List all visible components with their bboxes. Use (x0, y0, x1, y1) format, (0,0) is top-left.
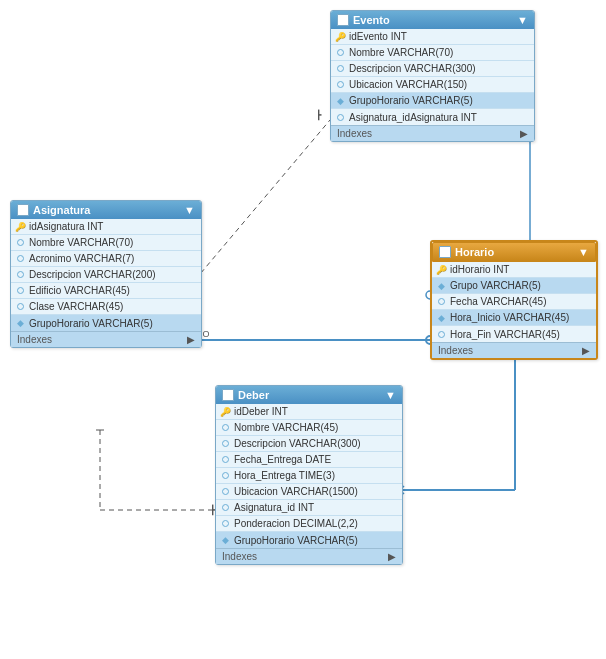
asignatura-footer[interactable]: Indexes ▶ (11, 331, 201, 347)
horario-table: Horario ▼ 🔑 idHorario INT ◆ Grupo VARCHA… (430, 240, 598, 360)
deber-chevron[interactable]: ▼ (385, 389, 396, 401)
field-text: idEvento INT (349, 31, 407, 42)
circle-icon (220, 519, 230, 529)
asignatura-table-icon (17, 204, 29, 216)
diagram-canvas: HO ┣ ┣ Evento ▼ 🔑 (0, 0, 606, 659)
footer-arrow: ▶ (520, 128, 528, 139)
field-text: Ubicacion VARCHAR(150) (349, 79, 467, 90)
evento-footer[interactable]: Indexes ▶ (331, 125, 534, 141)
circle-icon (15, 238, 25, 248)
deber-table-icon (222, 389, 234, 401)
table-row: Descripcion VARCHAR(200) (11, 267, 201, 283)
footer-arrow: ▶ (582, 345, 590, 356)
circle-icon (335, 80, 345, 90)
evento-title: Evento (353, 14, 390, 26)
horario-indexes-label: Indexes (438, 345, 473, 356)
circle-icon (220, 439, 230, 449)
asignatura-body: 🔑 idAsignatura INT Nombre VARCHAR(70) Ac… (11, 219, 201, 331)
table-row: Clase VARCHAR(45) (11, 299, 201, 315)
key-icon: 🔑 (15, 222, 25, 232)
field-text: Fecha_Entrega DATE (234, 454, 331, 465)
horario-title: Horario (455, 246, 494, 258)
field-text: Clase VARCHAR(45) (29, 301, 123, 312)
key-icon: 🔑 (335, 32, 345, 42)
table-row: Ponderacion DECIMAL(2,2) (216, 516, 402, 532)
circle-icon (220, 423, 230, 433)
table-row: 🔑 idHorario INT (432, 262, 596, 278)
circle-icon (15, 302, 25, 312)
deber-table: Deber ▼ 🔑 idDeber INT Nombre VARCHAR(45)… (215, 385, 403, 565)
table-row: Ubicacion VARCHAR(150) (331, 77, 534, 93)
circle-icon (220, 487, 230, 497)
evento-table: Evento ▼ 🔑 idEvento INT Nombre VARCHAR(7… (330, 10, 535, 142)
table-row: Asignatura_idAsignatura INT (331, 109, 534, 125)
field-text: idAsignatura INT (29, 221, 103, 232)
circle-icon (335, 64, 345, 74)
diamond-icon: ◆ (220, 535, 230, 545)
deber-indexes-label: Indexes (222, 551, 257, 562)
circle-icon (436, 297, 446, 307)
field-text: Nombre VARCHAR(70) (29, 237, 133, 248)
circle-icon (220, 455, 230, 465)
asignatura-chevron[interactable]: ▼ (184, 204, 195, 216)
table-row: ◆ Grupo VARCHAR(5) (432, 278, 596, 294)
horario-header[interactable]: Horario ▼ (432, 242, 596, 262)
field-text: Edificio VARCHAR(45) (29, 285, 130, 296)
evento-table-icon (337, 14, 349, 26)
table-row: Nombre VARCHAR(70) (11, 235, 201, 251)
table-row: Hora_Fin VARCHAR(45) (432, 326, 596, 342)
table-row: Descripcion VARCHAR(300) (331, 61, 534, 77)
diamond-icon: ◆ (15, 318, 25, 328)
field-text: Descripcion VARCHAR(200) (29, 269, 156, 280)
evento-chevron[interactable]: ▼ (517, 14, 528, 26)
field-text: Asignatura_idAsignatura INT (349, 112, 477, 123)
table-row: 🔑 idEvento INT (331, 29, 534, 45)
field-text: Ponderacion DECIMAL(2,2) (234, 518, 358, 529)
horario-body: 🔑 idHorario INT ◆ Grupo VARCHAR(5) Fecha… (432, 262, 596, 342)
field-text: Descripcion VARCHAR(300) (349, 63, 476, 74)
evento-body: 🔑 idEvento INT Nombre VARCHAR(70) Descri… (331, 29, 534, 125)
table-row: Ubicacion VARCHAR(1500) (216, 484, 402, 500)
diamond-icon: ◆ (335, 96, 345, 106)
deber-header[interactable]: Deber ▼ (216, 386, 402, 404)
table-row: Hora_Entrega TIME(3) (216, 468, 402, 484)
field-text: Nombre VARCHAR(70) (349, 47, 453, 58)
table-row: ◆ GrupoHorario VARCHAR(5) (216, 532, 402, 548)
field-text: idDeber INT (234, 406, 288, 417)
evento-indexes-label: Indexes (337, 128, 372, 139)
field-text: Hora_Entrega TIME(3) (234, 470, 335, 481)
table-row: 🔑 idAsignatura INT (11, 219, 201, 235)
diamond-icon: ◆ (436, 313, 446, 323)
asignatura-indexes-label: Indexes (17, 334, 52, 345)
field-text: Asignatura_id INT (234, 502, 314, 513)
field-text: Descripcion VARCHAR(300) (234, 438, 361, 449)
circle-icon (335, 48, 345, 58)
svg-text:┣: ┣ (316, 109, 322, 121)
table-row: Edificio VARCHAR(45) (11, 283, 201, 299)
field-text: Grupo VARCHAR(5) (450, 280, 541, 291)
key-icon: 🔑 (436, 265, 446, 275)
horario-footer[interactable]: Indexes ▶ (432, 342, 596, 358)
evento-header[interactable]: Evento ▼ (331, 11, 534, 29)
field-text: Fecha VARCHAR(45) (450, 296, 547, 307)
asignatura-title: Asignatura (33, 204, 90, 216)
asignatura-header[interactable]: Asignatura ▼ (11, 201, 201, 219)
deber-body: 🔑 idDeber INT Nombre VARCHAR(45) Descrip… (216, 404, 402, 548)
circle-icon (436, 329, 446, 339)
field-text: idHorario INT (450, 264, 509, 275)
deber-footer[interactable]: Indexes ▶ (216, 548, 402, 564)
field-text: Nombre VARCHAR(45) (234, 422, 338, 433)
footer-arrow: ▶ (187, 334, 195, 345)
table-row: 🔑 idDeber INT (216, 404, 402, 420)
circle-icon (15, 286, 25, 296)
circle-icon (15, 270, 25, 280)
horario-table-icon (439, 246, 451, 258)
table-row: ◆ GrupoHorario VARCHAR(5) (331, 93, 534, 109)
footer-arrow: ▶ (388, 551, 396, 562)
field-text: Acronimo VARCHAR(7) (29, 253, 134, 264)
horario-chevron[interactable]: ▼ (578, 246, 589, 258)
field-text: GrupoHorario VARCHAR(5) (349, 95, 473, 106)
asignatura-table: Asignatura ▼ 🔑 idAsignatura INT Nombre V… (10, 200, 202, 348)
table-row: Fecha VARCHAR(45) (432, 294, 596, 310)
svg-line-9 (195, 120, 330, 280)
